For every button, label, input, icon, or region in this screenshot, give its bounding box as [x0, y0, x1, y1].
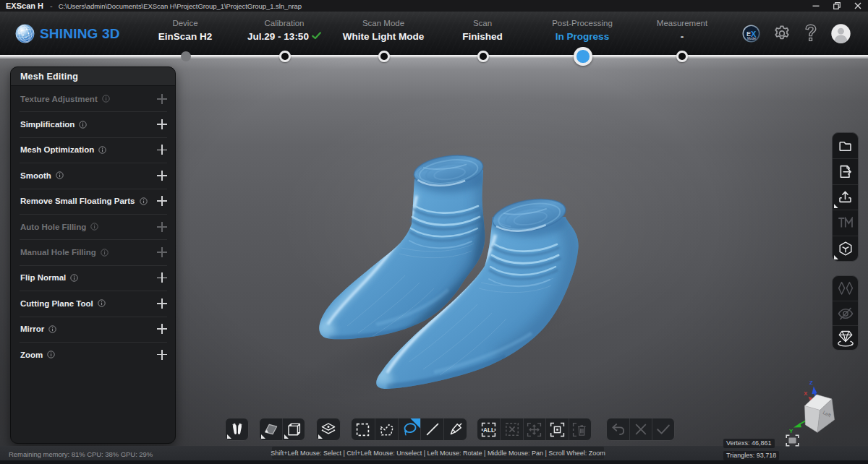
expand-plus-icon[interactable] — [157, 171, 167, 181]
navigation-cube[interactable]: X Z Y Left — [780, 379, 846, 438]
expand-plus-icon[interactable] — [157, 272, 167, 283]
fit-view-button[interactable] — [786, 434, 799, 447]
deselect-icon — [505, 422, 519, 437]
info-icon — [101, 249, 109, 257]
step-dot-scan[interactable] — [477, 51, 489, 62]
step-dot-measurement[interactable] — [676, 51, 688, 62]
select-through-icon — [286, 422, 302, 437]
model-cube-button[interactable] — [833, 236, 858, 261]
invert-selection-icon — [550, 422, 565, 437]
feet-model-icon — [229, 421, 245, 437]
info-icon — [70, 274, 78, 282]
calibration-check-icon — [312, 31, 321, 42]
line-select-button[interactable] — [420, 418, 443, 440]
expand-plus-icon[interactable] — [157, 350, 167, 360]
select-all-button[interactable]: ALL — [477, 418, 500, 440]
step-dot-device[interactable] — [181, 51, 191, 61]
panel-item-smooth[interactable]: Smooth — [11, 163, 175, 188]
svg-text:Model: Model — [747, 37, 756, 40]
step-dot-scan-mode[interactable] — [378, 51, 390, 62]
info-icon — [56, 171, 64, 179]
confirm-button[interactable] — [652, 418, 674, 440]
info-icon — [140, 197, 148, 205]
panel-item-remove-small-floating-parts[interactable]: Remove Small Floating Parts — [11, 189, 175, 214]
minimize-button[interactable] — [805, 0, 826, 12]
layers-button[interactable] — [317, 418, 340, 440]
view-toolbar — [832, 275, 859, 351]
expand-plus-icon[interactable] — [157, 247, 167, 257]
panel-item-zoom[interactable]: Zoom — [11, 342, 175, 367]
model-display-group — [225, 418, 249, 441]
invert-selection-button[interactable] — [545, 418, 568, 440]
deselect-button[interactable] — [500, 418, 522, 440]
step-dot-calibration[interactable] — [279, 51, 291, 62]
expand-plus-icon[interactable] — [157, 94, 167, 104]
panel-item-manual-hole-filling[interactable]: Manual Hole Filling — [11, 239, 175, 265]
info-icon — [48, 325, 56, 333]
vertices-count: Vertexs: 46,861 — [723, 439, 775, 448]
header-icon-group: E X Model — [742, 17, 851, 49]
fit-view-icon — [786, 434, 799, 447]
info-icon — [102, 95, 110, 103]
svg-text:Y: Y — [789, 428, 793, 434]
expand-plus-icon[interactable] — [157, 222, 167, 232]
panel-title: Mesh Editing — [20, 72, 78, 82]
ex-model-badge[interactable]: E X Model — [742, 25, 760, 43]
render-gem-button[interactable] — [833, 325, 858, 350]
open-project-button[interactable] — [833, 133, 858, 158]
delete-selection-icon — [572, 422, 587, 437]
select-all-icon: ALL — [481, 422, 496, 437]
close-button[interactable] — [847, 0, 868, 12]
step-measurement: Measurement - — [621, 19, 744, 42]
step-dot-post-processing[interactable] — [574, 47, 592, 65]
panel-item-mirror[interactable]: Mirror — [11, 317, 175, 342]
line-select-icon — [425, 422, 440, 437]
rect-select-button[interactable] — [352, 418, 375, 440]
exscan-app-window: EXScan H - C:\Users\admin\Documents\EXSc… — [0, 0, 868, 464]
export-file-button[interactable] — [833, 158, 858, 184]
header: SHINING 3D Device EinScan H2 Calibration… — [0, 12, 868, 55]
expand-plus-icon[interactable] — [157, 145, 167, 155]
close-icon — [854, 2, 861, 9]
feet-pair-button[interactable] — [833, 276, 858, 301]
model-cube-icon — [838, 241, 854, 257]
cancel-button[interactable] — [629, 418, 652, 440]
panel-item-mesh-optimization[interactable]: Mesh Optimization — [11, 137, 175, 163]
texture-map-button[interactable] — [833, 210, 858, 235]
lasso-select-button[interactable] — [398, 418, 421, 440]
undo-button[interactable] — [607, 418, 629, 440]
open-project-icon — [838, 138, 853, 153]
hide-eye-icon — [837, 307, 854, 320]
expand-plus-icon[interactable] — [157, 298, 167, 309]
feet-model-button[interactable] — [226, 418, 248, 440]
help-question-icon[interactable] — [804, 24, 818, 43]
panel-item-texture-adjustment[interactable]: Texture Adjustment — [11, 86, 175, 111]
expand-plus-icon[interactable] — [157, 196, 167, 206]
globe-icon — [15, 24, 35, 43]
share-upload-button[interactable] — [833, 184, 858, 210]
panel-item-flip-normal[interactable]: Flip Normal — [11, 265, 175, 291]
expand-selection-button[interactable] — [523, 418, 545, 440]
panel-item-cutting-plane-tool[interactable]: Cutting Plane Tool — [11, 291, 175, 316]
expand-plus-icon[interactable] — [157, 324, 167, 334]
cancel-icon — [634, 423, 647, 436]
maximize-button[interactable] — [826, 0, 847, 12]
triangles-count: Triangles: 93,718 — [723, 451, 779, 460]
title-bar: EXScan H - C:\Users\admin\Documents\EXSc… — [0, 0, 868, 12]
user-avatar[interactable] — [831, 24, 851, 43]
hide-eye-button[interactable] — [833, 301, 858, 325]
polygon-select-button[interactable] — [375, 418, 398, 440]
polygon-select-icon — [379, 423, 394, 437]
title-separator: - — [50, 1, 53, 10]
select-visible-button[interactable] — [260, 418, 282, 440]
panel-item-simplification[interactable]: Simplification — [11, 111, 175, 137]
select-through-button[interactable] — [282, 418, 305, 440]
expand-plus-icon[interactable] — [157, 119, 167, 129]
settings-gear-icon[interactable] — [773, 25, 791, 42]
export-file-icon — [838, 164, 853, 179]
panel-item-auto-hole-filling[interactable]: Auto Hole Filling — [11, 214, 175, 239]
selection-ops-group: ALL — [477, 418, 592, 441]
cube-body[interactable]: Left — [805, 395, 835, 432]
brush-select-button[interactable] — [443, 418, 467, 440]
delete-selection-button[interactable] — [569, 418, 591, 440]
